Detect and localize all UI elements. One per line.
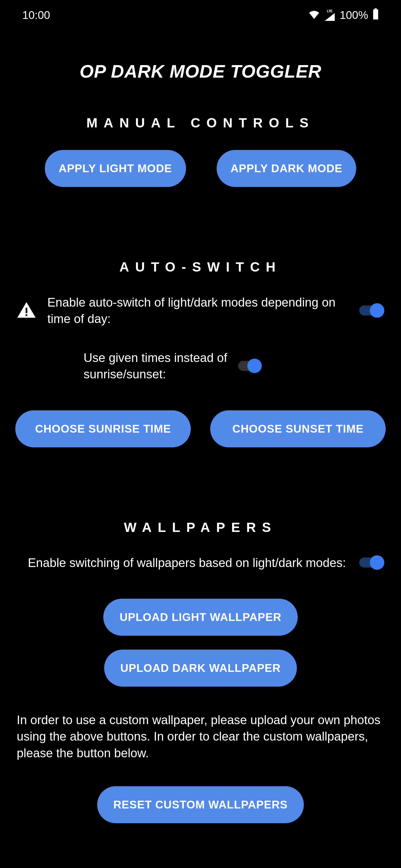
- svg-rect-2: [26, 308, 27, 313]
- wallpaper-description: In order to use a custom wallpaper, plea…: [0, 712, 401, 761]
- choose-sunrise-button[interactable]: CHOOSE SUNRISE TIME: [15, 410, 191, 447]
- app-title: OP DARK MODE TOGGLER: [0, 61, 401, 82]
- wallpaper-toggle[interactable]: [356, 555, 384, 570]
- reset-button-row: RESET CUSTOM WALLPAPERS: [0, 786, 401, 823]
- upload-dark-wallpaper-button[interactable]: UPLOAD DARK WALLPAPER: [104, 650, 297, 687]
- auto-switch-enable-row: Enable auto-switch of light/dark modes d…: [0, 294, 401, 327]
- status-bar: 10:00 LTE 100%: [0, 0, 401, 28]
- use-times-row: Use given times instead of sunrise/sunse…: [0, 349, 401, 382]
- status-right: LTE 100%: [309, 8, 379, 22]
- apply-dark-mode-button[interactable]: APPLY DARK MODE: [217, 150, 356, 187]
- reset-custom-wallpapers-button[interactable]: RESET CUSTOM WALLPAPERS: [97, 786, 304, 823]
- svg-rect-1: [373, 9, 378, 20]
- manual-button-row: APPLY LIGHT MODE APPLY DARK MODE: [0, 150, 401, 187]
- auto-switch-enable-label: Enable auto-switch of light/dark modes d…: [47, 294, 348, 327]
- wallpapers-heading: WALLPAPERS: [0, 520, 401, 535]
- use-times-toggle[interactable]: [237, 358, 262, 374]
- auto-switch-heading: AUTO-SWITCH: [0, 259, 401, 275]
- svg-rect-3: [26, 314, 27, 316]
- warning-icon: [17, 302, 39, 319]
- wifi-icon: [309, 9, 320, 22]
- choose-sunset-button[interactable]: CHOOSE SUNSET TIME: [210, 410, 386, 447]
- wallpaper-enable-row: Enable switching of wallpapers based on …: [0, 555, 401, 571]
- signal-icon: LTE: [324, 9, 335, 22]
- wallpaper-enable-label: Enable switching of wallpapers based on …: [28, 555, 348, 571]
- svg-rect-0: [375, 8, 377, 9]
- auto-switch-toggle[interactable]: [356, 303, 384, 318]
- wallpaper-upload-buttons: UPLOAD LIGHT WALLPAPER UPLOAD DARK WALLP…: [0, 599, 401, 687]
- status-time: 10:00: [22, 9, 50, 22]
- use-times-label: Use given times instead of sunrise/sunse…: [84, 349, 228, 382]
- upload-light-wallpaper-button[interactable]: UPLOAD LIGHT WALLPAPER: [103, 599, 297, 636]
- manual-controls-heading: MANUAL CONTROLS: [0, 115, 401, 130]
- battery-icon: [373, 8, 379, 22]
- apply-light-mode-button[interactable]: APPLY LIGHT MODE: [45, 150, 186, 187]
- time-button-row: CHOOSE SUNRISE TIME CHOOSE SUNSET TIME: [0, 410, 401, 447]
- battery-percent: 100%: [340, 9, 368, 22]
